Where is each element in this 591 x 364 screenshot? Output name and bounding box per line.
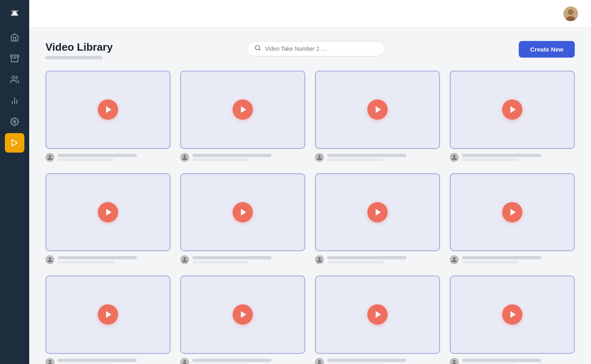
svg-point-31 <box>49 360 51 362</box>
video-title-placeholder <box>58 256 137 259</box>
video-meta <box>180 255 305 264</box>
avatar[interactable] <box>563 6 578 21</box>
play-button[interactable] <box>233 202 253 222</box>
video-subtitle-placeholder <box>192 261 249 263</box>
video-author-avatar <box>315 153 324 162</box>
play-button[interactable] <box>98 304 118 325</box>
svg-marker-36 <box>510 311 516 318</box>
sidebar-item-users[interactable] <box>5 70 24 89</box>
create-new-button[interactable]: Create New <box>519 41 575 58</box>
video-thumbnail[interactable] <box>45 173 170 252</box>
video-card[interactable] <box>45 71 170 162</box>
video-card[interactable] <box>450 276 575 364</box>
video-thumbnail[interactable] <box>450 71 575 149</box>
video-thumbnail[interactable] <box>450 173 575 252</box>
play-button[interactable] <box>98 99 118 120</box>
video-meta-lines <box>462 256 575 263</box>
video-meta <box>315 255 440 264</box>
video-card[interactable] <box>180 173 305 265</box>
svg-point-33 <box>183 360 186 362</box>
video-thumbnail[interactable] <box>450 276 575 354</box>
video-thumbnail[interactable] <box>315 173 440 252</box>
video-meta-lines <box>327 154 440 161</box>
video-thumbnail[interactable] <box>180 276 305 354</box>
svg-point-15 <box>49 155 51 157</box>
svg-marker-20 <box>510 106 516 113</box>
video-thumbnail[interactable] <box>180 173 305 252</box>
video-meta-lines <box>327 256 440 263</box>
svg-rect-1 <box>11 55 19 57</box>
play-button[interactable] <box>502 304 522 325</box>
play-button[interactable] <box>367 99 388 120</box>
svg-point-7 <box>13 121 16 123</box>
svg-marker-22 <box>106 209 111 216</box>
analytics-icon <box>10 96 19 105</box>
video-meta <box>45 153 170 162</box>
svg-marker-32 <box>241 311 246 318</box>
video-card[interactable] <box>450 71 575 162</box>
settings-icon <box>10 117 19 126</box>
video-meta-lines <box>462 359 575 364</box>
svg-point-29 <box>453 257 455 260</box>
play-button[interactable] <box>502 202 522 222</box>
svg-point-17 <box>183 155 186 157</box>
video-title-placeholder <box>327 359 406 362</box>
search-input[interactable] <box>265 45 377 52</box>
play-button[interactable] <box>502 99 522 120</box>
video-author-avatar <box>180 153 189 162</box>
video-subtitle-placeholder <box>58 159 114 161</box>
sidebar-item-inbox[interactable] <box>5 49 24 68</box>
page-content: Video Library Create New <box>29 28 591 364</box>
play-button[interactable] <box>367 202 388 222</box>
video-author-avatar <box>45 358 54 364</box>
sidebar <box>0 0 29 364</box>
video-author-avatar <box>45 153 54 162</box>
video-meta-lines <box>192 256 305 263</box>
svg-point-19 <box>318 155 321 157</box>
svg-marker-24 <box>241 209 246 216</box>
video-card[interactable] <box>450 173 575 265</box>
video-thumbnail[interactable] <box>45 71 170 149</box>
page-title: Video Library <box>45 41 113 54</box>
search-bar[interactable] <box>247 41 385 56</box>
play-button[interactable] <box>367 304 388 325</box>
svg-point-3 <box>12 76 15 79</box>
svg-marker-16 <box>241 106 246 113</box>
video-subtitle-placeholder <box>58 261 114 263</box>
video-title-placeholder <box>462 154 541 157</box>
video-meta-lines <box>58 154 170 161</box>
video-title-placeholder <box>462 359 541 362</box>
video-card[interactable] <box>315 276 440 364</box>
video-thumbnail[interactable] <box>45 276 170 354</box>
svg-point-23 <box>49 257 51 260</box>
video-thumbnail[interactable] <box>180 71 305 149</box>
svg-marker-28 <box>510 209 516 216</box>
video-card[interactable] <box>315 71 440 162</box>
video-meta <box>450 358 575 364</box>
play-button[interactable] <box>233 304 253 325</box>
play-button[interactable] <box>233 99 253 120</box>
video-card[interactable] <box>315 173 440 265</box>
video-thumbnail[interactable] <box>315 276 440 354</box>
video-card[interactable] <box>45 276 170 364</box>
video-subtitle-placeholder <box>192 159 249 161</box>
sidebar-item-video[interactable] <box>5 133 24 153</box>
video-thumbnail[interactable] <box>315 71 440 149</box>
video-meta-lines <box>58 359 170 364</box>
video-meta-lines <box>192 154 305 161</box>
video-author-avatar <box>315 358 324 364</box>
sidebar-item-home[interactable] <box>5 28 24 47</box>
video-meta <box>180 153 305 162</box>
video-title-placeholder <box>327 256 406 259</box>
video-card[interactable] <box>180 71 305 162</box>
video-meta <box>450 255 575 264</box>
svg-marker-8 <box>12 140 17 146</box>
video-card[interactable] <box>45 173 170 265</box>
play-button[interactable] <box>98 202 118 222</box>
sidebar-logo[interactable] <box>6 5 23 21</box>
sidebar-item-settings[interactable] <box>5 112 24 131</box>
video-meta <box>315 153 440 162</box>
video-meta <box>45 358 170 364</box>
sidebar-item-analytics[interactable] <box>5 91 24 110</box>
video-card[interactable] <box>180 276 305 364</box>
